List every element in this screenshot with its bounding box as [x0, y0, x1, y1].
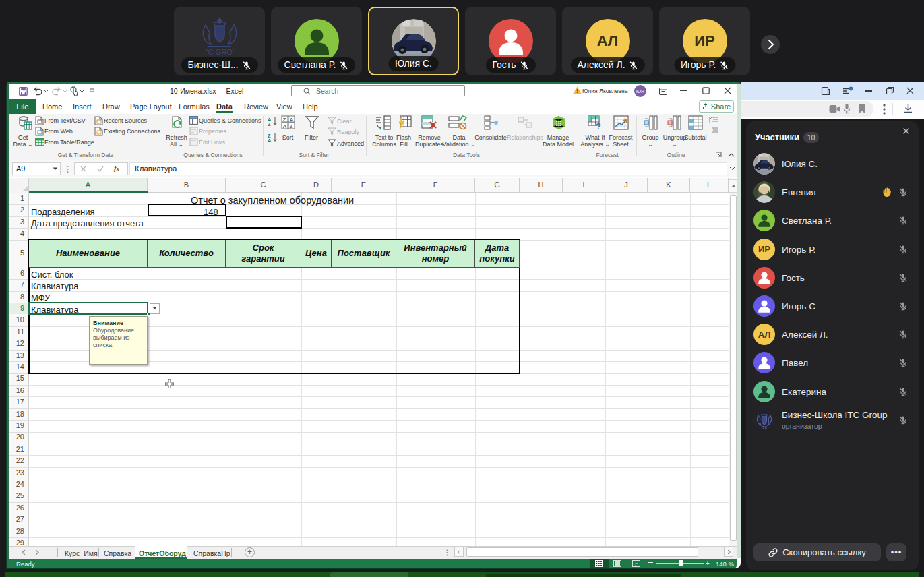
svg-text:A: A: [290, 117, 294, 123]
svg-text:Z: Z: [283, 117, 286, 123]
svg-text:Z: Z: [268, 121, 271, 126]
svg-text:?: ?: [596, 121, 601, 130]
svg-text:"C GRO': "C GRO': [205, 48, 233, 56]
svg-text:A: A: [283, 123, 287, 129]
svg-text:ITC: ITC: [762, 425, 767, 429]
svg-text:Z: Z: [290, 123, 293, 129]
